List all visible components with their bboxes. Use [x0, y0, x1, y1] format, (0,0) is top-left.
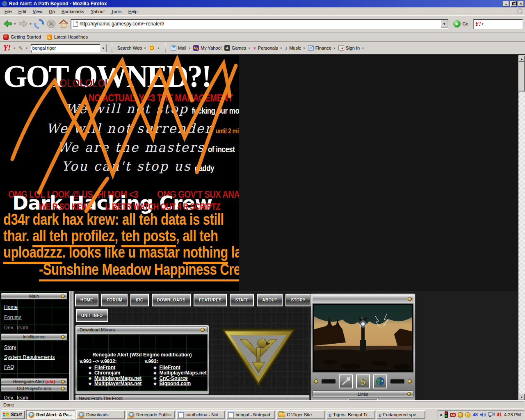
- globe-tray-icon[interactable]: [458, 412, 463, 418]
- my-yahoo-button[interactable]: My My Yahoo!: [193, 45, 222, 51]
- menu-yahoo[interactable]: Yahoo!: [88, 8, 107, 15]
- personals-button[interactable]: ♥ Personals ▼: [253, 45, 283, 51]
- sign-in-button[interactable]: Sign In ▼: [338, 45, 364, 51]
- games-button[interactable]: ♟ Games ▼: [224, 45, 251, 51]
- search-web-dropdown-icon[interactable]: ▼: [144, 47, 146, 50]
- tab-unit-info[interactable]: UNIT INFO: [76, 309, 108, 322]
- tab-home[interactable]: HOME: [75, 294, 98, 306]
- menu-file[interactable]: File: [2, 8, 15, 15]
- scrollbar-thumb[interactable]: [518, 62, 525, 91]
- sidebar-link-dev-team[interactable]: Dev. Team: [4, 395, 28, 400]
- mirror-link[interactable]: FileFront: [159, 365, 180, 370]
- world-globe-button[interactable]: [373, 374, 387, 388]
- tab-staff[interactable]: STAFF: [230, 294, 254, 306]
- sidebar-link-home[interactable]: Home: [4, 304, 18, 310]
- mirror-link[interactable]: MultiplayerMaps.net: [94, 376, 142, 381]
- scroll-down-button[interactable]: ▼: [518, 394, 525, 400]
- taskbar-item-tigers-bengal[interactable]: e Tigers: Bengal Ti...: [326, 410, 375, 419]
- taskbar-item-renegade-public[interactable]: Renegade Public...: [126, 410, 175, 419]
- mirror-link[interactable]: FileFront: [94, 365, 115, 370]
- donate-dollar-button[interactable]: $: [356, 374, 370, 388]
- tab-downloads[interactable]: DOWNLOADS: [152, 294, 191, 306]
- menu-tools[interactable]: Tools: [108, 8, 125, 15]
- forward-dropdown-icon[interactable]: ▼: [29, 23, 32, 25]
- sign-in-dropdown-icon[interactable]: ▼: [361, 47, 364, 50]
- mail-button[interactable]: Mail ▼: [171, 45, 191, 51]
- menu-edit[interactable]: Edit: [16, 8, 29, 15]
- volume-icon[interactable]: [480, 412, 486, 418]
- yahoo-logo-dropdown-icon[interactable]: ▼: [13, 47, 16, 50]
- mirror-link[interactable]: Bigpond.com: [159, 381, 191, 386]
- sidebar-link-faq[interactable]: FAQ: [4, 364, 14, 370]
- traffic-light-icon[interactable]: [445, 411, 448, 418]
- back-dropdown-icon[interactable]: ▼: [14, 23, 16, 25]
- taskbar-item-downloads[interactable]: Downloads: [76, 410, 125, 419]
- tab-story[interactable]: STORY: [285, 294, 310, 306]
- vertical-scrollbar[interactable]: ▲ ▼: [518, 55, 525, 400]
- clock[interactable]: 4:23 PM: [504, 412, 521, 417]
- back-button[interactable]: ▼: [2, 19, 16, 29]
- mail-dropdown-icon[interactable]: ▼: [188, 47, 191, 50]
- tab-about[interactable]: ABOUT: [257, 294, 283, 306]
- pencil-icon[interactable]: ✎: [18, 45, 23, 51]
- taskbar-item-red-alert[interactable]: Red Alert: A Pa...: [26, 410, 75, 419]
- taskbar-item-tiger-site-folder[interactable]: C:\Tiger Site: [276, 410, 325, 419]
- ati-tray-icon[interactable]: ATI: [450, 413, 456, 417]
- taskbar-item-bengal-notepad[interactable]: bengal - Notepad: [226, 410, 275, 419]
- tray-expand-chevron[interactable]: «: [440, 412, 443, 417]
- music-note-icon: ♪: [285, 45, 288, 51]
- forward-button[interactable]: ▼: [18, 19, 32, 29]
- target-icon[interactable]: [149, 45, 155, 51]
- yahoo-search-input[interactable]: [31, 46, 100, 50]
- bookmark-latest-headlines[interactable]: Latest Headlines: [47, 34, 88, 40]
- tab-irc[interactable]: IRC: [130, 294, 148, 306]
- taskbar-item-southchina-notepad[interactable]: southchina - Not...: [176, 410, 225, 419]
- pencil-dropdown-icon[interactable]: ▼: [25, 47, 28, 50]
- menu-go[interactable]: Go: [46, 8, 58, 15]
- sidebar-link-story[interactable]: Story: [4, 345, 16, 350]
- stop-button[interactable]: [46, 18, 57, 29]
- yahoo-search-dropdown-icon[interactable]: ▼: [481, 23, 484, 25]
- bookmark-getting-started[interactable]: Getting Started: [3, 34, 41, 40]
- sidebar-link-forums[interactable]: Forums: [4, 315, 21, 320]
- mirror-link[interactable]: Chronojam: [94, 370, 120, 375]
- music-button[interactable]: ♪ Music ▼: [285, 45, 306, 51]
- menu-bookmarks[interactable]: Bookmarks: [59, 8, 87, 15]
- music-dropdown-icon[interactable]: ▼: [303, 47, 306, 50]
- yellow-tool-tray-icon[interactable]: ✓: [465, 412, 470, 418]
- yahoo-quick-search[interactable]: Y! ▼: [473, 19, 523, 29]
- badge-48-tray-icon[interactable]: 48: [472, 412, 477, 417]
- scroll-up-button[interactable]: ▲: [518, 55, 525, 62]
- tab-features[interactable]: FEATURES: [194, 294, 227, 306]
- home-button[interactable]: [58, 19, 69, 29]
- yahoo-search-box[interactable]: ▼: [31, 44, 107, 52]
- menu-help[interactable]: Help: [126, 8, 141, 15]
- mirror-link[interactable]: MultiplayerMaps.net: [159, 370, 206, 375]
- yahoo-search-dropdown-icon[interactable]: ▼: [100, 44, 107, 52]
- mirror-link[interactable]: MultiplayerMaps.net: [94, 381, 142, 386]
- site-background-right: [416, 291, 518, 400]
- sidebar-link-system-requirements[interactable]: System Requirements: [4, 354, 55, 360]
- personals-dropdown-icon[interactable]: ▼: [280, 47, 283, 50]
- search-web-button[interactable]: Search Web ▼: [117, 46, 146, 50]
- mirror-link[interactable]: CnC-Source: [159, 376, 187, 381]
- minimize-button[interactable]: [503, 1, 509, 7]
- address-bar[interactable]: ▼: [71, 19, 448, 29]
- close-button[interactable]: ×: [518, 1, 524, 7]
- reload-button[interactable]: [34, 18, 44, 29]
- url-dropdown-icon[interactable]: ▼: [441, 20, 447, 28]
- url-input[interactable]: [80, 20, 441, 28]
- taskbar-item-endangered-species[interactable]: e Endangered spe...: [377, 410, 425, 419]
- tab-forum[interactable]: FORUM: [101, 294, 128, 306]
- games-dropdown-icon[interactable]: ▼: [248, 47, 251, 50]
- restore-button[interactable]: [510, 1, 517, 7]
- finance-dropdown-icon[interactable]: ▼: [333, 47, 336, 50]
- go-button[interactable]: ▶ Go: [450, 20, 472, 27]
- network-monitor-icon[interactable]: [488, 412, 495, 418]
- yahoo-logo-icon[interactable]: Y!: [3, 44, 11, 52]
- menu-view[interactable]: View: [30, 8, 46, 15]
- target-dropdown-icon[interactable]: ▼: [157, 47, 160, 50]
- start-button[interactable]: Start: [1, 410, 25, 419]
- mods-wrench-button[interactable]: [339, 374, 353, 388]
- finance-button[interactable]: Finance ▼: [308, 45, 336, 51]
